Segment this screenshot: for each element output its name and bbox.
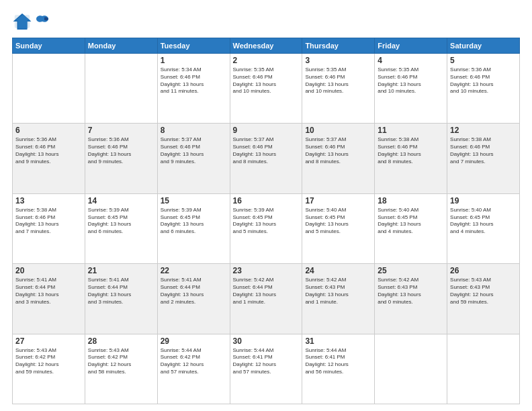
calendar-cell: 17Sunrise: 5:40 AM Sunset: 6:45 PM Dayli… bbox=[302, 193, 375, 263]
day-info: Sunrise: 5:44 AM Sunset: 6:41 PM Dayligh… bbox=[233, 347, 300, 376]
calendar-cell bbox=[375, 334, 447, 404]
day-number: 6 bbox=[15, 126, 82, 135]
day-number: 21 bbox=[88, 266, 154, 275]
calendar-week-row: 27Sunrise: 5:43 AM Sunset: 6:42 PM Dayli… bbox=[13, 334, 520, 404]
calendar-cell: 19Sunrise: 5:40 AM Sunset: 6:45 PM Dayli… bbox=[447, 193, 520, 263]
day-number: 23 bbox=[233, 266, 300, 275]
day-info: Sunrise: 5:39 AM Sunset: 6:45 PM Dayligh… bbox=[161, 207, 227, 236]
weekday-header-thursday: Thursday bbox=[302, 38, 375, 54]
calendar-cell bbox=[13, 54, 85, 124]
header bbox=[12, 12, 520, 31]
calendar-cell: 11Sunrise: 5:38 AM Sunset: 6:46 PM Dayli… bbox=[375, 124, 447, 193]
calendar-cell: 8Sunrise: 5:37 AM Sunset: 6:46 PM Daylig… bbox=[157, 124, 230, 193]
day-info: Sunrise: 5:44 AM Sunset: 6:41 PM Dayligh… bbox=[305, 347, 371, 376]
day-number: 16 bbox=[233, 196, 300, 205]
calendar-cell: 29Sunrise: 5:44 AM Sunset: 6:42 PM Dayli… bbox=[157, 334, 230, 404]
calendar-cell: 30Sunrise: 5:44 AM Sunset: 6:41 PM Dayli… bbox=[230, 334, 302, 404]
day-info: Sunrise: 5:37 AM Sunset: 6:46 PM Dayligh… bbox=[233, 136, 300, 165]
calendar-cell: 21Sunrise: 5:41 AM Sunset: 6:44 PM Dayli… bbox=[85, 264, 157, 334]
day-info: Sunrise: 5:42 AM Sunset: 6:43 PM Dayligh… bbox=[378, 277, 444, 306]
calendar-cell: 4Sunrise: 5:35 AM Sunset: 6:46 PM Daylig… bbox=[375, 54, 447, 124]
day-info: Sunrise: 5:40 AM Sunset: 6:45 PM Dayligh… bbox=[378, 207, 444, 236]
calendar-cell: 7Sunrise: 5:36 AM Sunset: 6:46 PM Daylig… bbox=[85, 124, 157, 193]
day-number: 7 bbox=[88, 126, 154, 135]
day-info: Sunrise: 5:35 AM Sunset: 6:46 PM Dayligh… bbox=[378, 66, 444, 95]
calendar-cell: 1Sunrise: 5:34 AM Sunset: 6:46 PM Daylig… bbox=[157, 54, 230, 124]
calendar-cell bbox=[85, 54, 157, 124]
logo-icon bbox=[12, 12, 32, 31]
logo-bird-icon bbox=[35, 15, 50, 28]
day-number: 8 bbox=[161, 126, 227, 135]
calendar-week-row: 1Sunrise: 5:34 AM Sunset: 6:46 PM Daylig… bbox=[13, 54, 520, 124]
weekday-header-sunday: Sunday bbox=[13, 38, 85, 54]
day-number: 31 bbox=[305, 336, 371, 346]
calendar-cell: 15Sunrise: 5:39 AM Sunset: 6:45 PM Dayli… bbox=[157, 193, 230, 263]
calendar-week-row: 6Sunrise: 5:36 AM Sunset: 6:46 PM Daylig… bbox=[13, 124, 520, 193]
day-number: 29 bbox=[161, 336, 227, 346]
calendar-cell: 23Sunrise: 5:42 AM Sunset: 6:44 PM Dayli… bbox=[230, 264, 302, 334]
day-number: 24 bbox=[305, 266, 371, 275]
weekday-header-friday: Friday bbox=[375, 38, 447, 54]
calendar-cell: 6Sunrise: 5:36 AM Sunset: 6:46 PM Daylig… bbox=[13, 124, 85, 193]
day-number: 12 bbox=[450, 126, 517, 135]
calendar-cell: 3Sunrise: 5:35 AM Sunset: 6:46 PM Daylig… bbox=[302, 54, 375, 124]
calendar-cell: 25Sunrise: 5:42 AM Sunset: 6:43 PM Dayli… bbox=[375, 264, 447, 334]
logo bbox=[12, 12, 50, 31]
weekday-header-tuesday: Tuesday bbox=[157, 38, 230, 54]
day-info: Sunrise: 5:38 AM Sunset: 6:46 PM Dayligh… bbox=[378, 136, 444, 165]
day-info: Sunrise: 5:35 AM Sunset: 6:46 PM Dayligh… bbox=[233, 66, 300, 95]
calendar-cell: 13Sunrise: 5:38 AM Sunset: 6:46 PM Dayli… bbox=[13, 193, 85, 263]
day-number: 9 bbox=[233, 126, 300, 135]
day-info: Sunrise: 5:41 AM Sunset: 6:44 PM Dayligh… bbox=[161, 277, 227, 306]
day-info: Sunrise: 5:42 AM Sunset: 6:44 PM Dayligh… bbox=[233, 277, 300, 306]
weekday-header-wednesday: Wednesday bbox=[230, 38, 302, 54]
page: SundayMondayTuesdayWednesdayThursdayFrid… bbox=[0, 0, 532, 411]
calendar-cell: 2Sunrise: 5:35 AM Sunset: 6:46 PM Daylig… bbox=[230, 54, 302, 124]
day-number: 4 bbox=[378, 56, 444, 65]
day-number: 17 bbox=[305, 196, 371, 205]
calendar-cell: 5Sunrise: 5:36 AM Sunset: 6:46 PM Daylig… bbox=[447, 54, 520, 124]
calendar-cell: 12Sunrise: 5:38 AM Sunset: 6:46 PM Dayli… bbox=[447, 124, 520, 193]
day-info: Sunrise: 5:37 AM Sunset: 6:46 PM Dayligh… bbox=[161, 136, 227, 165]
day-info: Sunrise: 5:38 AM Sunset: 6:46 PM Dayligh… bbox=[450, 136, 517, 165]
day-info: Sunrise: 5:37 AM Sunset: 6:46 PM Dayligh… bbox=[305, 136, 371, 165]
day-number: 3 bbox=[305, 56, 371, 65]
calendar-cell bbox=[447, 334, 520, 404]
day-number: 28 bbox=[88, 336, 154, 346]
day-info: Sunrise: 5:43 AM Sunset: 6:42 PM Dayligh… bbox=[88, 347, 154, 376]
day-info: Sunrise: 5:43 AM Sunset: 6:43 PM Dayligh… bbox=[450, 277, 517, 306]
day-number: 11 bbox=[378, 126, 444, 135]
day-number: 14 bbox=[88, 196, 154, 205]
calendar-week-row: 20Sunrise: 5:41 AM Sunset: 6:44 PM Dayli… bbox=[13, 264, 520, 334]
calendar-cell: 28Sunrise: 5:43 AM Sunset: 6:42 PM Dayli… bbox=[85, 334, 157, 404]
calendar-cell: 10Sunrise: 5:37 AM Sunset: 6:46 PM Dayli… bbox=[302, 124, 375, 193]
logo-text-block bbox=[35, 15, 50, 28]
day-number: 13 bbox=[15, 196, 82, 205]
svg-rect-2 bbox=[15, 15, 30, 28]
day-info: Sunrise: 5:42 AM Sunset: 6:43 PM Dayligh… bbox=[305, 277, 371, 306]
day-number: 30 bbox=[233, 336, 300, 346]
day-info: Sunrise: 5:35 AM Sunset: 6:46 PM Dayligh… bbox=[305, 66, 371, 95]
day-number: 5 bbox=[450, 56, 517, 65]
day-info: Sunrise: 5:43 AM Sunset: 6:42 PM Dayligh… bbox=[15, 347, 82, 376]
calendar-cell: 24Sunrise: 5:42 AM Sunset: 6:43 PM Dayli… bbox=[302, 264, 375, 334]
day-number: 2 bbox=[233, 56, 300, 65]
calendar-header-row: SundayMondayTuesdayWednesdayThursdayFrid… bbox=[13, 38, 520, 54]
day-number: 1 bbox=[161, 56, 227, 65]
calendar-cell: 26Sunrise: 5:43 AM Sunset: 6:43 PM Dayli… bbox=[447, 264, 520, 334]
calendar-cell: 22Sunrise: 5:41 AM Sunset: 6:44 PM Dayli… bbox=[157, 264, 230, 334]
calendar-table: SundayMondayTuesdayWednesdayThursdayFrid… bbox=[12, 38, 520, 404]
day-info: Sunrise: 5:36 AM Sunset: 6:46 PM Dayligh… bbox=[450, 66, 517, 95]
weekday-header-monday: Monday bbox=[85, 38, 157, 54]
day-info: Sunrise: 5:38 AM Sunset: 6:46 PM Dayligh… bbox=[15, 207, 82, 236]
day-info: Sunrise: 5:39 AM Sunset: 6:45 PM Dayligh… bbox=[233, 207, 300, 236]
calendar-cell: 18Sunrise: 5:40 AM Sunset: 6:45 PM Dayli… bbox=[375, 193, 447, 263]
day-info: Sunrise: 5:40 AM Sunset: 6:45 PM Dayligh… bbox=[305, 207, 371, 236]
day-number: 10 bbox=[305, 126, 371, 135]
day-info: Sunrise: 5:34 AM Sunset: 6:46 PM Dayligh… bbox=[161, 66, 227, 95]
calendar-cell: 31Sunrise: 5:44 AM Sunset: 6:41 PM Dayli… bbox=[302, 334, 375, 404]
calendar-cell: 9Sunrise: 5:37 AM Sunset: 6:46 PM Daylig… bbox=[230, 124, 302, 193]
day-number: 26 bbox=[450, 266, 517, 275]
calendar-cell: 14Sunrise: 5:39 AM Sunset: 6:45 PM Dayli… bbox=[85, 193, 157, 263]
day-info: Sunrise: 5:39 AM Sunset: 6:45 PM Dayligh… bbox=[88, 207, 154, 236]
